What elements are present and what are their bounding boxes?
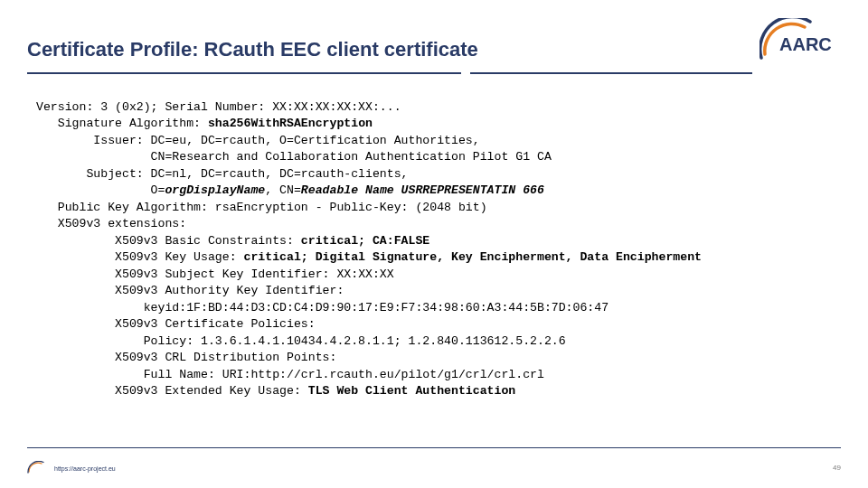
page-number: 49 [833, 464, 841, 472]
cert-line: X509v3 CRL Distribution Points: [36, 351, 336, 364]
cert-sig-alg: sha256WithRSAEncryption [208, 117, 373, 130]
cert-line: X509v3 Key Usage: [36, 250, 244, 264]
cert-line: X509v3 Subject Key Identifier: [36, 267, 336, 281]
title-underline-left [27, 72, 461, 74]
certificate-block: Version: 3 (0x2); Serial Number: XX:XX:X… [36, 99, 850, 400]
cert-cn: Readable Name USRREPRESENTATIN 666 [301, 183, 544, 197]
cert-line: keyid:1F:BD:44:D3:CD:C4:D9:90:17:E9:F7:3… [36, 301, 609, 314]
cert-serial: XX:XX:XX:XX:XX:... [272, 100, 401, 114]
slide: Certificate Profile: RCauth EEC client c… [0, 0, 868, 488]
cert-line: Full Name: URI:http://crl.rcauth.eu/pilo… [36, 368, 544, 381]
cert-line: X509v3 Authority Key Identifier: [36, 284, 344, 297]
cert-line: O= [36, 183, 165, 197]
cert-line: Signature Algorithm: [36, 117, 208, 130]
cert-line: Policy: 1.3.6.1.4.1.10434.4.2.8.1.1; 1.2… [36, 334, 566, 348]
cert-ski: XX:XX:XX [336, 267, 393, 281]
cert-line: Issuer: DC=eu, DC=rcauth, O=Certificatio… [36, 134, 480, 147]
cert-line: X509v3 Extended Key Usage: [36, 384, 308, 398]
footer-url: https://aarc-project.eu [54, 465, 116, 472]
cert-basic-constraints: critical; CA:FALSE [301, 234, 429, 248]
aarc-logo: AARC [760, 18, 845, 63]
cert-line: CN=Research and Collaboration Authentica… [36, 150, 552, 164]
cert-org: orgDisplayName [165, 183, 265, 197]
slide-title: Certificate Profile: RCauth EEC client c… [27, 38, 478, 61]
footer-divider [27, 447, 841, 448]
cert-line: X509v3 extensions: [36, 217, 186, 230]
title-underline-right [470, 72, 752, 74]
cert-eku: TLS Web Client Authentication [308, 384, 516, 398]
cert-line: Subject: DC=nl, DC=rcauth, DC=rcauth-cli… [36, 167, 409, 181]
cert-line: X509v3 Basic Constraints: [36, 234, 301, 248]
footer-aarc-logo-icon [27, 461, 47, 474]
cert-line: X509v3 Certificate Policies: [36, 317, 316, 331]
cert-key-usage: critical; Digital Signature, Key Enciphe… [244, 250, 702, 264]
cert-line: Public Key Algorithm: rsaEncryption - Pu… [36, 201, 487, 214]
cert-line: Version: 3 (0x2); Serial Number: [36, 100, 272, 114]
logo-text: AARC [779, 34, 832, 54]
cert-line: , CN= [265, 183, 301, 197]
